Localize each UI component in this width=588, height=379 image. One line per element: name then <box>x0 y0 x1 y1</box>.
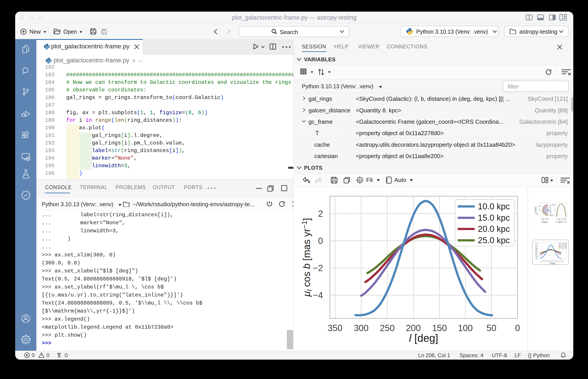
svg-text:0: 0 <box>515 323 520 333</box>
svg-text:−2: −2 <box>313 263 323 273</box>
svg-text:2: 2 <box>537 244 538 245</box>
svg-text:l [deg]: l [deg] <box>550 262 555 264</box>
svg-text:y [kpc]: y [kpc] <box>534 207 537 213</box>
svg-text:0: 0 <box>539 209 540 211</box>
svg-text:20: 20 <box>538 205 540 207</box>
svg-text:200: 200 <box>406 323 421 333</box>
svg-text:vᵥ [km s⁻¹]: vᵥ [km s⁻¹] <box>549 205 551 215</box>
svg-text:350 300 250 200 150 100: 350 300 250 200 150 100 50 0 <box>541 260 564 262</box>
svg-text:2: 2 <box>318 209 323 219</box>
svg-text:250: 250 <box>380 323 395 333</box>
svg-text:50: 50 <box>487 323 497 333</box>
svg-text:150: 150 <box>432 323 447 333</box>
svg-text:25.0 kpc: 25.0 kpc <box>561 247 567 249</box>
svg-text:−250 0 250: −250 0 250 <box>556 218 566 220</box>
svg-text:−25 0 25: −25 0 25 <box>540 218 548 220</box>
svg-text:100: 100 <box>458 323 473 333</box>
svg-text:−4: −4 <box>313 290 323 300</box>
svg-text:10.0 kpc: 10.0 kpc <box>478 202 510 211</box>
svg-text:0: 0 <box>537 248 538 250</box>
svg-text:15.0 kpc: 15.0 kpc <box>478 213 510 222</box>
svg-text:0: 0 <box>318 236 323 246</box>
svg-text:μl cos b [mas yr−1]: μl cos b [mas yr−1] <box>300 218 313 297</box>
svg-text:20.0 kpc: 20.0 kpc <box>478 224 510 234</box>
svg-text:200: 200 <box>552 204 555 206</box>
svg-text:−4: −4 <box>536 256 538 257</box>
svg-text:300: 300 <box>354 323 369 333</box>
svg-text:−2: −2 <box>536 252 538 253</box>
svg-text:350: 350 <box>328 323 343 333</box>
svg-text:25.0 kpc: 25.0 kpc <box>478 236 510 245</box>
svg-text:x [kpc]: x [kpc] <box>541 221 548 223</box>
svg-text:vₓ [km s⁻¹]: vₓ [km s⁻¹] <box>556 221 567 223</box>
svg-text:0: 0 <box>554 209 555 211</box>
svg-text:l [deg]: l [deg] <box>409 332 438 344</box>
